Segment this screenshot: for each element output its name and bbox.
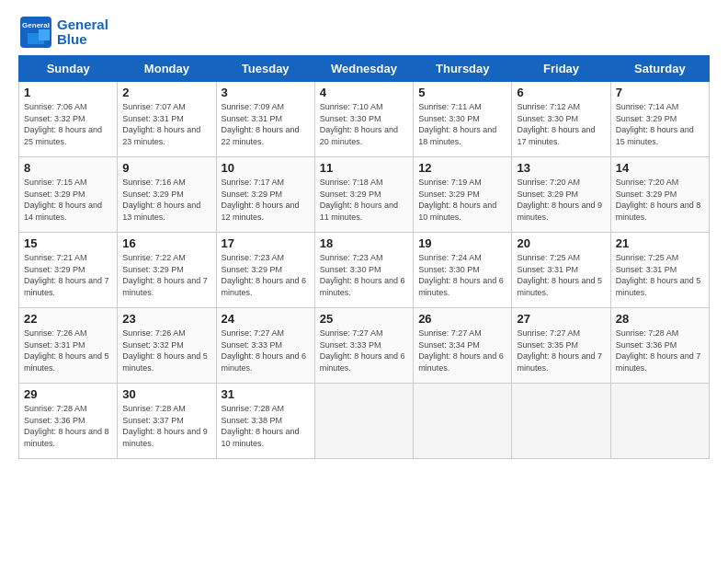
calendar-cell: 22Sunrise: 7:26 AMSunset: 3:31 PMDayligh… (19, 308, 118, 384)
calendar-cell (512, 384, 610, 459)
day-number: 11 (320, 161, 408, 175)
day-info: Sunrise: 7:09 AMSunset: 3:31 PMDaylight:… (222, 101, 310, 147)
calendar: Sunday Monday Tuesday Wednesday Thursday… (18, 55, 710, 459)
day-info: Sunrise: 7:14 AMSunset: 3:29 PMDaylight:… (616, 101, 704, 147)
day-number: 19 (418, 236, 506, 250)
calendar-cell: 23Sunrise: 7:26 AMSunset: 3:32 PMDayligh… (118, 308, 216, 384)
calendar-cell: 1Sunrise: 7:06 AMSunset: 3:32 PMDaylight… (19, 82, 118, 157)
calendar-cell: 2Sunrise: 7:07 AMSunset: 3:31 PMDaylight… (118, 82, 216, 157)
day-info: Sunrise: 7:12 AMSunset: 3:30 PMDaylight:… (517, 101, 605, 147)
header: General General Blue (18, 15, 710, 50)
calendar-cell: 6Sunrise: 7:12 AMSunset: 3:30 PMDaylight… (512, 82, 610, 157)
day-number: 2 (122, 86, 210, 99)
day-info: Sunrise: 7:26 AMSunset: 3:31 PMDaylight:… (24, 327, 112, 373)
day-number: 26 (418, 312, 506, 326)
day-info: Sunrise: 7:17 AMSunset: 3:29 PMDaylight:… (222, 177, 310, 223)
logo-icon: General (18, 15, 53, 50)
calendar-cell: 25Sunrise: 7:27 AMSunset: 3:33 PMDayligh… (314, 308, 413, 384)
col-wednesday: Wednesday (314, 56, 413, 82)
day-number: 15 (24, 236, 112, 250)
day-number: 28 (616, 312, 704, 326)
day-number: 17 (222, 236, 310, 250)
day-info: Sunrise: 7:19 AMSunset: 3:29 PMDaylight:… (418, 177, 506, 223)
calendar-week-row: 29Sunrise: 7:28 AMSunset: 3:36 PMDayligh… (19, 384, 710, 459)
day-number: 20 (517, 236, 605, 250)
calendar-cell: 11Sunrise: 7:18 AMSunset: 3:29 PMDayligh… (314, 157, 413, 233)
calendar-week-row: 15Sunrise: 7:21 AMSunset: 3:29 PMDayligh… (19, 233, 710, 308)
calendar-cell (414, 384, 512, 459)
calendar-cell: 30Sunrise: 7:28 AMSunset: 3:37 PMDayligh… (118, 384, 216, 459)
calendar-cell: 27Sunrise: 7:27 AMSunset: 3:35 PMDayligh… (512, 308, 610, 384)
day-info: Sunrise: 7:22 AMSunset: 3:29 PMDaylight:… (122, 252, 210, 298)
col-sunday: Sunday (19, 56, 118, 82)
calendar-cell: 15Sunrise: 7:21 AMSunset: 3:29 PMDayligh… (19, 233, 118, 308)
day-number: 3 (222, 86, 310, 99)
calendar-cell: 4Sunrise: 7:10 AMSunset: 3:30 PMDaylight… (314, 82, 413, 157)
day-number: 9 (122, 161, 210, 175)
calendar-cell: 19Sunrise: 7:24 AMSunset: 3:30 PMDayligh… (414, 233, 512, 308)
day-number: 25 (320, 312, 408, 326)
day-number: 14 (616, 161, 704, 175)
svg-marker-3 (39, 29, 50, 40)
calendar-cell (314, 384, 413, 459)
logo-text-line2: Blue (57, 32, 108, 48)
day-number: 22 (24, 312, 112, 326)
day-info: Sunrise: 7:27 AMSunset: 3:35 PMDaylight:… (517, 327, 605, 373)
calendar-week-row: 1Sunrise: 7:06 AMSunset: 3:32 PMDaylight… (19, 82, 710, 157)
calendar-cell: 16Sunrise: 7:22 AMSunset: 3:29 PMDayligh… (118, 233, 216, 308)
day-number: 5 (418, 86, 506, 99)
day-info: Sunrise: 7:27 AMSunset: 3:34 PMDaylight:… (418, 327, 506, 373)
calendar-cell: 8Sunrise: 7:15 AMSunset: 3:29 PMDaylight… (19, 157, 118, 233)
day-info: Sunrise: 7:21 AMSunset: 3:29 PMDaylight:… (24, 252, 112, 298)
calendar-week-row: 22Sunrise: 7:26 AMSunset: 3:31 PMDayligh… (19, 308, 710, 384)
col-tuesday: Tuesday (216, 56, 314, 82)
calendar-cell: 17Sunrise: 7:23 AMSunset: 3:29 PMDayligh… (216, 233, 314, 308)
day-info: Sunrise: 7:07 AMSunset: 3:31 PMDaylight:… (122, 101, 210, 147)
calendar-cell: 7Sunrise: 7:14 AMSunset: 3:29 PMDaylight… (610, 82, 709, 157)
day-info: Sunrise: 7:15 AMSunset: 3:29 PMDaylight:… (24, 177, 112, 223)
day-number: 7 (616, 86, 704, 99)
day-info: Sunrise: 7:11 AMSunset: 3:30 PMDaylight:… (418, 101, 506, 147)
day-number: 23 (122, 312, 210, 326)
day-info: Sunrise: 7:24 AMSunset: 3:30 PMDaylight:… (418, 252, 506, 298)
day-number: 1 (24, 86, 112, 99)
day-info: Sunrise: 7:20 AMSunset: 3:29 PMDaylight:… (616, 177, 704, 223)
day-info: Sunrise: 7:27 AMSunset: 3:33 PMDaylight:… (320, 327, 408, 373)
calendar-cell: 26Sunrise: 7:27 AMSunset: 3:34 PMDayligh… (414, 308, 512, 384)
day-number: 16 (122, 236, 210, 250)
calendar-cell: 13Sunrise: 7:20 AMSunset: 3:29 PMDayligh… (512, 157, 610, 233)
day-info: Sunrise: 7:25 AMSunset: 3:31 PMDaylight:… (517, 252, 605, 298)
day-info: Sunrise: 7:28 AMSunset: 3:36 PMDaylight:… (24, 403, 112, 449)
day-number: 29 (24, 387, 112, 401)
calendar-cell: 28Sunrise: 7:28 AMSunset: 3:36 PMDayligh… (610, 308, 709, 384)
col-saturday: Saturday (610, 56, 709, 82)
calendar-week-row: 8Sunrise: 7:15 AMSunset: 3:29 PMDaylight… (19, 157, 710, 233)
day-number: 31 (222, 387, 310, 401)
calendar-cell: 14Sunrise: 7:20 AMSunset: 3:29 PMDayligh… (610, 157, 709, 233)
day-number: 21 (616, 236, 704, 250)
day-info: Sunrise: 7:20 AMSunset: 3:29 PMDaylight:… (517, 177, 605, 223)
day-info: Sunrise: 7:06 AMSunset: 3:32 PMDaylight:… (24, 101, 112, 147)
day-info: Sunrise: 7:28 AMSunset: 3:38 PMDaylight:… (222, 403, 310, 449)
day-info: Sunrise: 7:16 AMSunset: 3:29 PMDaylight:… (122, 177, 210, 223)
calendar-cell: 18Sunrise: 7:23 AMSunset: 3:30 PMDayligh… (314, 233, 413, 308)
day-number: 13 (517, 161, 605, 175)
day-info: Sunrise: 7:10 AMSunset: 3:30 PMDaylight:… (320, 101, 408, 147)
day-info: Sunrise: 7:27 AMSunset: 3:33 PMDaylight:… (222, 327, 310, 373)
calendar-cell (610, 384, 709, 459)
calendar-cell: 20Sunrise: 7:25 AMSunset: 3:31 PMDayligh… (512, 233, 610, 308)
day-info: Sunrise: 7:18 AMSunset: 3:29 PMDaylight:… (320, 177, 408, 223)
day-number: 10 (222, 161, 310, 175)
calendar-cell: 12Sunrise: 7:19 AMSunset: 3:29 PMDayligh… (414, 157, 512, 233)
col-monday: Monday (118, 56, 216, 82)
day-info: Sunrise: 7:28 AMSunset: 3:36 PMDaylight:… (616, 327, 704, 373)
col-friday: Friday (512, 56, 610, 82)
day-info: Sunrise: 7:23 AMSunset: 3:29 PMDaylight:… (222, 252, 310, 298)
calendar-cell: 10Sunrise: 7:17 AMSunset: 3:29 PMDayligh… (216, 157, 314, 233)
day-number: 27 (517, 312, 605, 326)
day-number: 12 (418, 161, 506, 175)
day-number: 30 (122, 387, 210, 401)
day-number: 24 (222, 312, 310, 326)
svg-text:General: General (22, 21, 50, 29)
day-info: Sunrise: 7:23 AMSunset: 3:30 PMDaylight:… (320, 252, 408, 298)
